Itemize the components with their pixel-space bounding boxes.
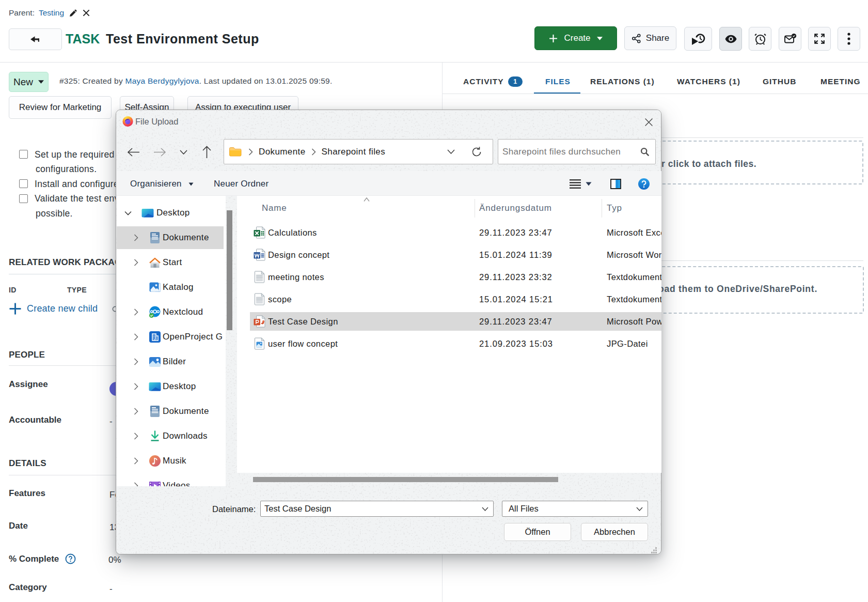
tree-item[interactable]: Katalog [117,275,226,300]
file-row[interactable]: meeting notes 29.11.2023 23:32 Textdokum… [250,268,661,286]
tree-chevron-icon[interactable] [132,449,140,473]
sort-ascending-icon[interactable] [364,197,370,202]
edit-parent-icon[interactable] [68,8,77,18]
filetype-select[interactable]: All Files [502,501,648,517]
tree-scrollbar[interactable] [227,210,232,330]
complete-value[interactable]: 0% [108,555,121,565]
watch-button[interactable] [719,27,742,51]
column-header-date[interactable]: Änderungsdatum [479,203,552,213]
dialog-close-icon[interactable] [640,114,657,130]
tree-chevron-icon[interactable] [132,250,140,275]
fullscreen-button[interactable] [808,27,831,51]
tree-chevron-icon[interactable] [132,424,140,449]
column-header-type[interactable]: Typ [607,203,622,213]
tree-item[interactable]: Dokumente [117,225,226,250]
action-review-marketing[interactable]: Review for Marketing [9,96,112,119]
nav-back-icon[interactable] [124,141,143,163]
preview-pane-button[interactable] [610,177,621,191]
parent-link[interactable]: Testing [39,8,64,18]
more-menu-button[interactable] [838,27,860,51]
address-dropdown-icon[interactable] [441,139,460,164]
file-row[interactable]: scope 15.01.2024 15:21 Textdokument [250,290,661,308]
tree-item-label: Katalog [163,275,194,300]
column-separator[interactable] [602,199,602,218]
parent-breadcrumb: Parent: Testing [9,7,91,19]
dialog-title: File Upload [135,117,290,127]
file-row[interactable]: Design concept 15.01.2024 11:39 Microsof… [250,245,661,264]
category-value[interactable]: - [109,584,113,594]
tree-chevron-icon[interactable] [132,349,140,374]
search-input[interactable] [498,147,635,157]
tree-chevron-icon[interactable] [132,473,140,486]
tree-item[interactable]: OpenProject G [117,325,226,349]
tree-chevron-icon[interactable] [132,325,140,349]
tab[interactable]: FILES [545,70,571,94]
tab[interactable]: GITHUB [763,70,796,94]
create-new-child-link[interactable]: Create new child [9,302,98,315]
file-row[interactable]: Test Case Design 29.11.2023 23:47 Micros… [250,312,661,331]
tab[interactable]: RELATIONS (1) [590,70,655,94]
folder-tree: Desktop Dokumente Start Katal [117,196,226,486]
accountable-value[interactable]: - [109,416,113,427]
filename-combo[interactable]: Test Case Design [260,501,494,517]
tree-chevron-icon[interactable] [132,399,140,424]
tree-item[interactable]: Bilder [117,349,226,374]
tree-item[interactable]: Desktop [117,374,226,399]
nav-up-icon[interactable] [197,141,216,163]
horizontal-scrollbar[interactable] [253,477,558,482]
combo-chevron-icon[interactable] [631,507,648,511]
checkbox[interactable] [19,194,28,203]
nav-history-chevron-icon[interactable] [174,141,193,163]
tree-item-label: Dokumente [163,225,209,250]
tab[interactable]: WATCHERS (1) [677,70,740,94]
tree-item[interactable]: Musik [117,449,226,473]
open-button[interactable]: Öffnen [504,523,571,541]
tab[interactable]: ACTIVITY 1 [463,70,523,94]
column-header-name[interactable]: Name [262,203,287,213]
tree-chevron-icon[interactable] [132,275,140,300]
help-button[interactable] [638,177,650,191]
tree-item[interactable]: Downloads [117,424,226,449]
tab[interactable]: MEETING [820,70,861,94]
combo-chevron-icon[interactable] [477,507,493,511]
file-row[interactable]: user flow concept 21.09.2023 15:03 JPG-D… [250,334,661,353]
file-name: meeting notes [268,268,324,286]
column-separator[interactable] [475,199,475,218]
remove-parent-icon[interactable] [82,8,91,18]
tree-item[interactable]: Videos [117,473,226,486]
view-mode-button[interactable] [570,177,592,191]
create-button[interactable]: Create [534,26,617,50]
notification-button[interactable] [779,27,801,51]
file-type: Textdokument [607,268,661,286]
baseline-comparison-button[interactable] [684,27,712,51]
tree-chevron-icon[interactable] [132,374,140,399]
checkbox[interactable] [19,179,28,188]
cancel-button[interactable]: Abbrechen [581,523,648,541]
history-icon [691,33,705,45]
tree-item[interactable]: Nextcloud [117,300,226,325]
nav-forward-icon[interactable] [150,141,169,163]
breadcrumb-segment[interactable]: Dokumente [259,147,306,157]
tree-chevron-icon[interactable] [124,200,132,225]
new-folder-button[interactable]: Neuer Ordner [209,177,273,191]
refresh-icon[interactable] [465,139,488,164]
file-type: JPG-Datei [607,334,648,353]
breadcrumb: Dokumente Sharepoint files [229,139,385,164]
videos-icon [148,479,162,486]
share-button[interactable]: Share [624,26,676,50]
file-row[interactable]: Calculations 29.11.2023 23:47 Microsoft … [250,223,661,242]
breadcrumb-segment[interactable]: Sharepoint files [322,147,386,157]
tree-item[interactable]: Dokumente [117,399,226,424]
organize-menu[interactable]: Organisieren [125,177,198,191]
resize-grip[interactable] [651,547,657,553]
search-icon[interactable] [635,147,655,157]
tree-item[interactable]: Start [117,250,226,275]
tree-chevron-icon[interactable] [132,300,140,325]
tree-item[interactable]: Desktop [117,200,226,225]
back-button[interactable] [9,28,62,50]
tree-chevron-icon[interactable] [132,225,140,250]
reminder-button[interactable] [749,27,771,51]
filetype-value: All Files [502,504,631,514]
checkbox[interactable] [19,150,28,159]
breadcrumb-chevron-icon [248,148,253,156]
